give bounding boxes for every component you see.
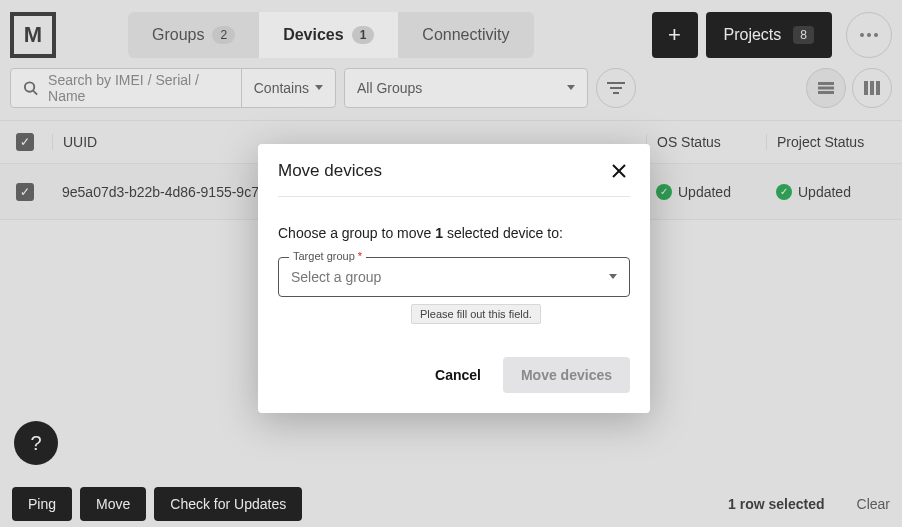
move-devices-dialog: Move devices Choose a group to move 1 se…	[258, 144, 650, 413]
dialog-message-pre: Choose a group to move	[278, 225, 435, 241]
validation-tooltip: Please fill out this field.	[411, 304, 541, 324]
dialog-message-post: selected device to:	[443, 225, 563, 241]
target-group-placeholder: Select a group	[291, 269, 381, 285]
caret-down-icon	[609, 274, 617, 280]
dialog-title: Move devices	[278, 161, 382, 181]
close-icon	[612, 164, 626, 178]
dialog-cancel-button[interactable]: Cancel	[427, 357, 489, 393]
dialog-message-count: 1	[435, 225, 443, 241]
target-group-label: Target group *	[289, 250, 366, 262]
dialog-close-button[interactable]	[608, 160, 630, 182]
dialog-message: Choose a group to move 1 selected device…	[278, 225, 630, 241]
target-group-label-text: Target group	[293, 250, 355, 262]
dialog-confirm-button[interactable]: Move devices	[503, 357, 630, 393]
required-indicator: *	[358, 250, 362, 262]
target-group-select[interactable]: Target group * Select a group Please fil…	[278, 257, 630, 297]
